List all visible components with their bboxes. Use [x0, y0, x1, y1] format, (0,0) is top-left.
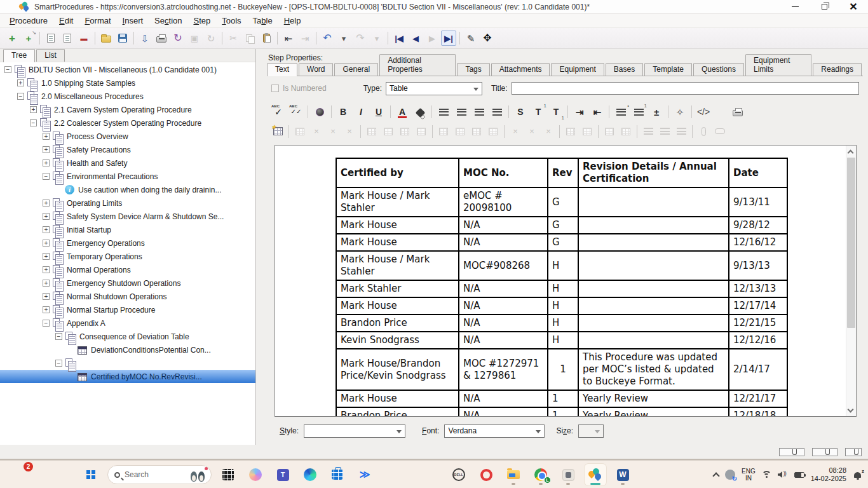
table-cell-rev[interactable]: 1 — [548, 407, 578, 417]
signoff-button[interactable]: ✎ — [463, 30, 478, 46]
move-step-button[interactable]: ✥ — [480, 30, 495, 46]
chrome-icon[interactable]: L — [530, 464, 552, 485]
add-substep-button[interactable]: +↘ — [21, 30, 36, 46]
tree-item[interactable]: Use caution when doing the daily drainin… — [0, 183, 255, 196]
table-cell-moc_no[interactable]: N/A — [459, 234, 548, 251]
menu-section[interactable]: Section — [149, 15, 187, 27]
table-cell-rev[interactable]: 1 — [548, 390, 578, 407]
table-cell-rev[interactable]: H — [548, 280, 578, 297]
tree-item[interactable]: +Process Overview — [0, 130, 255, 143]
photos-icon[interactable] — [557, 464, 579, 485]
tab-additional-properties[interactable]: Additional Properties — [379, 54, 456, 76]
opera-icon[interactable] — [475, 464, 497, 485]
clock[interactable]: 08:28 14-02-2025 — [811, 466, 846, 483]
table-cell-date[interactable]: 2/14/17 — [729, 349, 787, 390]
title-input[interactable] — [512, 82, 859, 95]
table-cell-date[interactable]: 12/18/18 — [729, 407, 787, 417]
tab-general[interactable]: General — [334, 63, 378, 76]
smartprocedures-icon[interactable] — [585, 464, 606, 485]
last-step-button[interactable]: ▶| — [441, 30, 456, 46]
tree-item[interactable]: +Emergency Operations — [0, 236, 255, 250]
dell-icon[interactable]: DELL — [448, 464, 470, 485]
tree-item[interactable]: Certified byMOC No.RevRevisi... — [0, 370, 255, 383]
table-cell-rev[interactable]: 1 — [548, 349, 578, 390]
tray-chevron-up-icon[interactable] — [712, 472, 719, 479]
superscript-button[interactable]: T1 — [530, 104, 546, 120]
table-cell-certified_by[interactable]: Mark House — [336, 390, 459, 407]
tree-expander[interactable]: − — [30, 119, 37, 126]
tree-item[interactable]: − — [0, 356, 255, 370]
insert-rule-button[interactable]: ± — [648, 104, 665, 120]
table-cell-moc_no[interactable]: N/A — [459, 315, 548, 332]
table-cell-certified_by[interactable]: Mark House/Brandon Price/Kevin Snodgrass — [336, 349, 459, 390]
undo-dropdown[interactable]: ▾ — [336, 30, 351, 46]
table-cell-rev[interactable]: H — [548, 315, 578, 332]
table-cell-details[interactable] — [578, 315, 729, 332]
menu-table[interactable]: Table — [247, 15, 278, 27]
sync-icon[interactable] — [725, 470, 735, 480]
tab-template[interactable]: Template — [644, 63, 692, 76]
close-button[interactable]: ✕ — [839, 0, 868, 13]
table-cell-moc_no[interactable]: MOC #1272971 & 1279861 — [459, 349, 548, 390]
tree-item[interactable]: +Initial Startup — [0, 223, 255, 236]
table-cell-moc_no[interactable]: N/A — [459, 407, 548, 417]
menu-help[interactable]: Help — [278, 15, 307, 27]
table-cell-date[interactable]: 12/17/14 — [729, 297, 787, 315]
delete-step-button[interactable]: ▬ — [76, 30, 92, 46]
table-cell-details[interactable] — [578, 217, 729, 234]
tree-expander[interactable]: + — [43, 293, 50, 300]
nav-tab-tree[interactable]: Tree — [3, 49, 35, 62]
tree-expander[interactable]: − — [43, 320, 50, 327]
language-indicator[interactable]: ENG IN — [742, 468, 756, 482]
font-select[interactable]: Verdana — [444, 424, 545, 438]
promote-step-button[interactable]: ⇤ — [281, 30, 296, 46]
is-numbered-checkbox[interactable] — [271, 85, 279, 92]
nav-tab-list[interactable]: List — [36, 49, 65, 62]
font-color-button[interactable]: A — [394, 104, 410, 120]
table-cell-moc_no[interactable]: eMOC # 20098100 — [459, 187, 548, 217]
table-cell-details[interactable]: Yearly Review — [578, 390, 729, 407]
tree-item[interactable]: +Normal Shutdown Operations — [0, 290, 255, 303]
minimize-button[interactable] — [780, 0, 810, 13]
tree-item[interactable]: −Appendix A — [0, 316, 255, 330]
table-cell-date[interactable]: 12/13/13 — [729, 280, 787, 297]
tree-expander[interactable]: + — [43, 200, 50, 207]
justify-button[interactable] — [489, 104, 505, 120]
table-cell-date[interactable]: 12/21/17 — [729, 390, 787, 407]
previous-step-button[interactable]: ◀ — [408, 30, 423, 46]
tree-item[interactable]: +Temporary Operations — [0, 250, 255, 263]
table-cell-date[interactable]: 12/21/15 — [729, 315, 787, 332]
tree-item[interactable]: DeviationConditionsPotential Con... — [0, 343, 255, 356]
tab-equipment[interactable]: Equipment — [551, 63, 604, 76]
align-right-button[interactable] — [471, 104, 487, 120]
table-cell-moc_no[interactable]: N/A — [459, 217, 548, 234]
menu-insert[interactable]: Insert — [117, 15, 149, 27]
word-icon[interactable]: W — [612, 464, 634, 485]
revision-table[interactable]: Certified byMOC No.RevRevision Details /… — [336, 158, 788, 417]
tree-expander[interactable]: + — [43, 253, 50, 260]
tree-expander[interactable]: + — [43, 226, 50, 233]
tree-expander[interactable]: + — [43, 240, 50, 247]
table-cell-certified_by[interactable]: Mark House — [336, 297, 459, 315]
undo-button[interactable]: ↶ — [320, 30, 335, 46]
bullet-list-button[interactable]: • — [613, 104, 629, 120]
menu-edit[interactable]: Edit — [53, 15, 79, 27]
revision-table-header[interactable]: Date — [729, 158, 787, 187]
tree-item[interactable]: −Environmental Precautions — [0, 170, 255, 183]
table-cell-details[interactable] — [578, 251, 729, 280]
teams-icon[interactable]: T — [272, 464, 294, 485]
table-cell-details[interactable] — [578, 234, 729, 251]
tree-item[interactable]: +Normal Operations — [0, 263, 255, 276]
table-cell-rev[interactable]: G — [548, 187, 578, 217]
tree-expander[interactable]: + — [43, 213, 50, 220]
menu-format[interactable]: Format — [79, 15, 116, 27]
tab-bases[interactable]: Bases — [606, 63, 643, 76]
fill-color-button[interactable] — [412, 104, 428, 120]
search-box[interactable]: Search — [107, 465, 212, 484]
tree-expander[interactable]: − — [55, 333, 62, 340]
notification-app-icon[interactable]: 2 — [13, 464, 32, 484]
notification-bell-icon[interactable]: z — [853, 470, 863, 480]
tree-item[interactable]: +Operating Limits — [0, 196, 255, 210]
tree-item[interactable]: +2.1 Cavern System Operating Procedure — [0, 103, 255, 116]
tree-expander[interactable]: − — [17, 93, 24, 100]
